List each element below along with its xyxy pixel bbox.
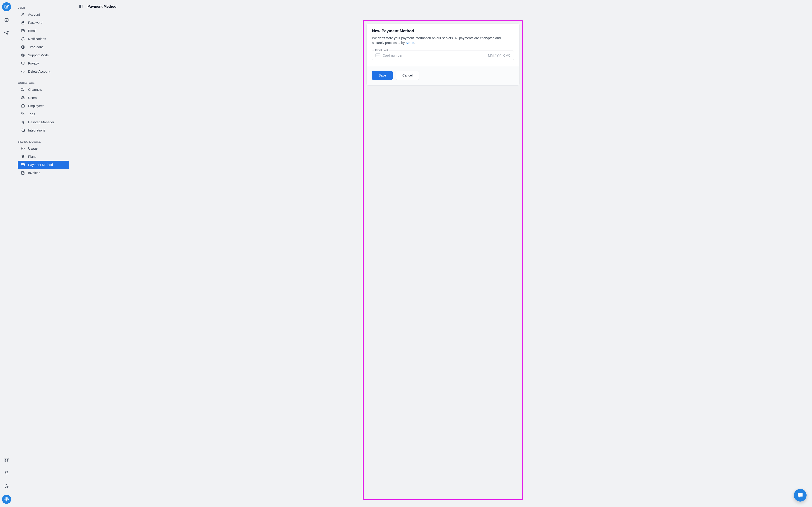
icon-rail <box>0 0 13 507</box>
section-label-workspace: WORKSPACE <box>18 81 69 84</box>
news-button[interactable] <box>2 15 11 24</box>
gauge-icon <box>21 147 25 151</box>
credit-card-icon <box>21 163 25 167</box>
sidebar-item-label: Integrations <box>28 128 45 132</box>
card-cvc-placeholder: CVC <box>503 53 510 57</box>
sidebar-item-password[interactable]: Password <box>18 18 69 27</box>
edit-icon <box>4 5 9 9</box>
shield-icon <box>21 61 25 65</box>
topbar: Payment Method <box>74 0 812 13</box>
field-label: Credit Card <box>374 49 389 51</box>
card-number-placeholder: Card number <box>383 53 486 57</box>
sidebar-item-label: Payment Method <box>28 163 53 167</box>
highlight-frame: New Payment Method We don't store your p… <box>363 20 523 500</box>
bell-icon <box>21 37 25 41</box>
sidebar-item-label: Usage <box>28 147 38 150</box>
sidebar-item-employees[interactable]: Employees <box>18 102 69 110</box>
sidebar-item-label: Tags <box>28 112 35 116</box>
sidebar-item-label: Email <box>28 29 36 33</box>
moon-icon <box>4 484 9 489</box>
chat-launcher[interactable] <box>794 489 807 502</box>
sidebar-item-label: Users <box>28 96 37 100</box>
tag-icon <box>21 112 25 116</box>
sidebar-item-payment-method[interactable]: Payment Method <box>18 161 69 169</box>
compose-button[interactable] <box>2 2 11 11</box>
sidebar-item-label: Privacy <box>28 62 39 65</box>
briefcase-icon <box>21 104 25 108</box>
theme-button[interactable] <box>2 482 11 491</box>
settings-sidebar: USER Account Password Email Notification… <box>13 0 74 507</box>
sidebar-item-channels[interactable]: Channels <box>18 86 69 94</box>
card-expiry-placeholder: MM / YY <box>488 53 501 57</box>
payment-card: New Payment Method We don't store your p… <box>366 23 519 86</box>
sidebar-item-label: Account <box>28 13 40 16</box>
sidebar-item-label: Hashtag Manager <box>28 120 54 124</box>
user-icon <box>21 12 25 16</box>
sidebar-item-label: Employees <box>28 104 44 108</box>
cancel-button[interactable]: Cancel <box>396 71 419 80</box>
sidebar-item-integrations[interactable]: Integrations <box>18 126 69 134</box>
sidebar-item-label: Password <box>28 21 43 24</box>
app-logo[interactable] <box>2 495 11 504</box>
grid-plus-icon <box>21 88 25 92</box>
card-footer: Save Cancel <box>367 66 519 85</box>
sidebar-item-usage[interactable]: Usage <box>18 145 69 153</box>
layers-icon <box>21 155 25 159</box>
mail-icon <box>21 29 25 33</box>
sidebar-item-label: Invoices <box>28 171 40 175</box>
news-icon <box>4 18 9 22</box>
sidebar-item-label: Delete Account <box>28 70 50 73</box>
sidebar-item-label: Time Zone <box>28 45 44 49</box>
apps-icon <box>4 458 9 462</box>
sidebar-item-account[interactable]: Account <box>18 10 69 18</box>
sidebar-item-label: Support Mode <box>28 53 49 57</box>
life-buoy-icon <box>21 53 25 57</box>
sidebar-item-label: Channels <box>28 88 42 92</box>
puzzle-icon <box>21 128 25 132</box>
desc-pre: We don't store your payment information … <box>372 36 501 45</box>
sidebar-item-plans[interactable]: Plans <box>18 153 69 161</box>
power-icon <box>21 69 25 73</box>
desc-post: . <box>414 41 415 45</box>
sidebar-item-label: Plans <box>28 155 36 159</box>
lock-icon <box>21 20 25 25</box>
logo-icon <box>4 497 9 502</box>
file-icon <box>21 171 25 175</box>
sidebar-item-notifications[interactable]: Notifications <box>18 35 69 43</box>
chat-icon <box>797 492 803 498</box>
sidebar-item-timezone[interactable]: Time Zone <box>18 43 69 51</box>
sidebar-item-email[interactable]: Email <box>18 27 69 35</box>
globe-icon <box>21 45 25 49</box>
sidebar-item-invoices[interactable]: Invoices <box>18 169 69 177</box>
content-area: New Payment Method We don't store your p… <box>74 13 812 507</box>
card-title: New Payment Method <box>372 29 514 34</box>
sidebar-item-tags[interactable]: Tags <box>18 110 69 118</box>
users-icon <box>21 96 25 100</box>
send-icon <box>4 31 9 35</box>
sidebar-item-support-mode[interactable]: Support Mode <box>18 51 69 59</box>
bell-icon <box>4 471 9 475</box>
toggle-sidebar-icon[interactable] <box>79 4 83 9</box>
section-label-billing: BILLING & USAGE <box>18 140 69 143</box>
sidebar-item-privacy[interactable]: Privacy <box>18 59 69 67</box>
sidebar-item-delete-account[interactable]: Delete Account <box>18 67 69 75</box>
send-button[interactable] <box>2 29 11 38</box>
hash-icon <box>21 120 25 124</box>
section-label-user: USER <box>18 6 69 9</box>
stripe-link[interactable]: Stripe <box>406 41 414 45</box>
credit-card-input[interactable]: Card number MM / YY CVC <box>372 50 514 60</box>
sidebar-item-label: Notifications <box>28 37 46 41</box>
sidebar-item-users[interactable]: Users <box>18 94 69 102</box>
page-title: Payment Method <box>88 5 116 9</box>
credit-card-field-wrap: Credit Card Card number MM / YY CVC <box>372 50 514 60</box>
main-panel: Payment Method New Payment Method We don… <box>74 0 812 507</box>
apps-button[interactable] <box>2 455 11 464</box>
alerts-button[interactable] <box>2 468 11 477</box>
save-button[interactable]: Save <box>372 71 393 80</box>
card-brand-icon <box>375 53 380 57</box>
sidebar-item-hashtag-manager[interactable]: Hashtag Manager <box>18 118 69 126</box>
card-description: We don't store your payment information … <box>372 36 514 45</box>
